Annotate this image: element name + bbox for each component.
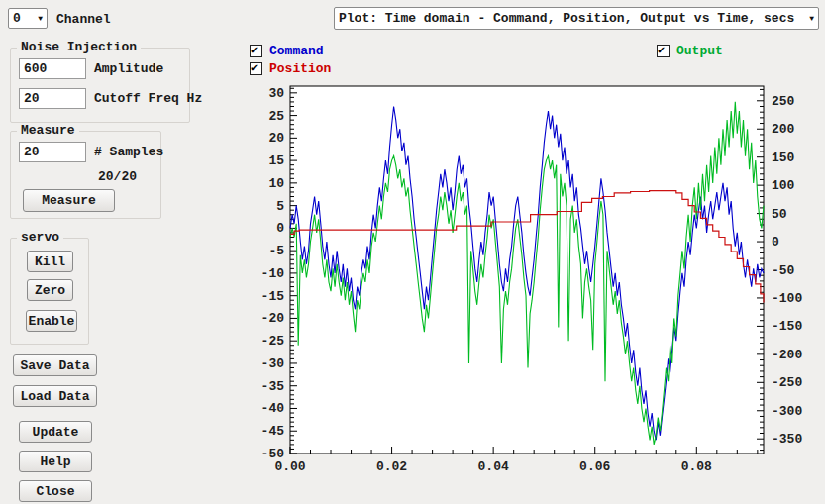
- servo-group: servo Kill Zero Enable: [10, 238, 89, 345]
- right-axis-tick-label: -150: [772, 319, 802, 334]
- left-axis-tick-label: -15: [261, 289, 285, 304]
- timeseries-plot: 302520151050-5-10-15-20-25-30-35-40-45-5…: [238, 79, 825, 504]
- left-axis-tick-label: -20: [261, 311, 285, 326]
- enable-button[interactable]: Enable: [26, 310, 77, 332]
- right-axis-tick-label: 100: [772, 178, 795, 193]
- left-axis-tick-label: -30: [261, 356, 285, 371]
- save-data-button[interactable]: Save Data: [13, 354, 97, 376]
- right-axis-tick-label: -300: [772, 404, 802, 419]
- plot-type-select[interactable]: Plot: Time domain - Command, Position, O…: [334, 7, 819, 30]
- left-axis-tick-label: -25: [261, 334, 285, 349]
- channel-label: Channel: [56, 12, 111, 27]
- zero-button[interactable]: Zero: [27, 279, 73, 301]
- x-axis-tick-label: 0.06: [579, 459, 610, 474]
- measure-title: Measure: [17, 123, 79, 138]
- channel-value: 0: [13, 11, 21, 26]
- samples-input[interactable]: [19, 142, 86, 162]
- left-axis-tick-label: 15: [268, 153, 284, 168]
- left-axis-tick-label: 20: [268, 131, 284, 146]
- samples-label: # Samples: [94, 145, 163, 159]
- x-axis-tick-label: 0.08: [681, 459, 712, 474]
- right-axis-tick-label: 0: [772, 235, 779, 250]
- right-axis-tick-label: 150: [772, 151, 795, 165]
- left-axis-tick-label: -45: [261, 424, 285, 439]
- command-checkbox-label: Command: [269, 44, 324, 58]
- plot-type-value: Plot: Time domain - Command, Position, O…: [339, 11, 794, 26]
- measure-button[interactable]: Measure: [23, 189, 115, 212]
- amplitude-input[interactable]: [19, 58, 86, 79]
- plot-frame: [290, 86, 764, 454]
- amplitude-label: Amplitude: [94, 61, 163, 76]
- right-axis-tick-label: -50: [772, 263, 795, 278]
- close-button[interactable]: Close: [19, 480, 92, 502]
- position-checkbox-label: Position: [269, 61, 331, 76]
- right-axis-tick-label: -350: [772, 432, 802, 447]
- right-axis-tick-label: 200: [772, 122, 795, 137]
- right-axis-tick-label: 50: [772, 207, 787, 222]
- left-axis-tick-label: -40: [261, 401, 285, 416]
- left-axis-tick-label: -10: [261, 266, 285, 281]
- x-axis-tick-label: 0.00: [274, 459, 305, 474]
- output-checkbox-row: Output: [657, 44, 723, 58]
- noise-injection-title: Noise Injection: [17, 40, 141, 54]
- chevron-down-icon: ▼: [32, 14, 43, 23]
- right-axis-tick-label: -100: [772, 291, 802, 306]
- output-checkbox-label: Output: [676, 44, 723, 58]
- noise-injection-group: Noise Injection Amplitude Cutoff Freq Hz: [10, 48, 190, 123]
- right-axis-tick-label: -250: [772, 375, 802, 390]
- left-axis-tick-label: 25: [268, 109, 284, 124]
- left-axis-tick-label: -35: [261, 379, 285, 394]
- measure-progress: 20/20: [98, 169, 137, 184]
- command-checkbox-row: Command: [250, 44, 324, 58]
- x-axis-tick-label: 0.02: [376, 459, 407, 474]
- kill-button[interactable]: Kill: [27, 251, 73, 272]
- update-button[interactable]: Update: [19, 421, 92, 443]
- position-checkbox-row: Position: [250, 61, 331, 76]
- left-axis-tick-label: 5: [276, 199, 284, 214]
- load-data-button[interactable]: Load Data: [13, 385, 97, 407]
- right-axis-tick-label: 250: [772, 94, 795, 109]
- cutoff-freq-input[interactable]: [19, 88, 86, 109]
- left-axis-tick-label: 0: [276, 221, 284, 236]
- x-axis-tick-label: 0.04: [478, 459, 509, 474]
- position-checkbox[interactable]: [250, 62, 262, 75]
- command-checkbox[interactable]: [250, 45, 262, 57]
- left-axis-tick-label: 10: [268, 176, 284, 191]
- left-axis-tick-label: -5: [268, 244, 284, 258]
- right-axis-tick-label: -200: [772, 348, 802, 362]
- channel-select[interactable]: 0 ▼: [8, 8, 48, 29]
- help-button[interactable]: Help: [19, 451, 92, 472]
- output-checkbox[interactable]: [657, 45, 670, 57]
- cutoff-freq-label: Cutoff Freq Hz: [94, 91, 202, 106]
- servo-title: servo: [17, 230, 63, 245]
- chevron-down-icon: ▼: [803, 14, 814, 23]
- left-axis-tick-label: 30: [268, 86, 284, 101]
- measure-group: Measure # Samples 20/20 Measure: [10, 131, 161, 219]
